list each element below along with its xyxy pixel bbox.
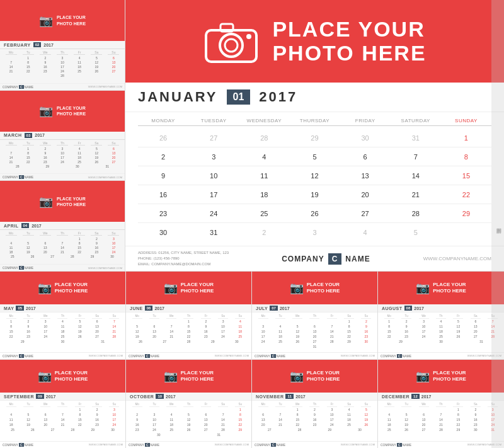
sidebar-month-apr: 📷 PLACE YOURPHOTO HERE APRIL 04 2017 MoT… xyxy=(0,181,125,271)
oct-year: 2017 xyxy=(166,394,176,399)
svg-point-1 xyxy=(220,34,243,57)
small-cal-dec: 📷 PLACE YOURPHOTO HERE DECEMBER 12 2017 … xyxy=(378,360,504,448)
mar-company: COMPANY C NAME xyxy=(3,175,33,179)
camera-icon-large xyxy=(203,18,260,65)
app-container: 📷 PLACE YOURPHOTO HERE FEBRUARY 02 2017 … xyxy=(0,0,504,448)
apr-photo-area: 📷 PLACE YOURPHOTO HERE xyxy=(0,181,125,222)
aug-cal-body: MoTuWeThFrSaSu 1234567 891011121314 1516… xyxy=(378,313,504,352)
main-year: 2017 xyxy=(259,89,297,105)
mar-footer: COMPANY C NAME WWW.COMPANYNAME.COM xyxy=(0,173,125,180)
oct-cal-body: MoTuWeThFrSaSu 1 2345678 9101112131415 1… xyxy=(126,401,251,441)
jul-photo: 📷 PLACE YOURPHOTO HERE xyxy=(252,272,377,304)
sep-header: SEPTEMBER 09 2017 xyxy=(0,393,125,401)
mar-year: 2017 xyxy=(35,133,45,137)
mar-photo-text: PLACE YOURPHOTO HERE xyxy=(57,105,86,117)
jul-year: 2017 xyxy=(280,306,290,311)
sep-cal-body: MoTuWeThFrSaSu 123 45678910 111213141516… xyxy=(0,401,125,441)
aug-year: 2017 xyxy=(414,306,424,311)
small-cal-jun: 📷 PLACE YOURPHOTO HERE JUNE 06 2017 MoTu… xyxy=(126,272,252,360)
small-cal-nov: 📷 PLACE YOURPHOTO HERE NOVEMBER 11 2017 … xyxy=(252,360,378,448)
apr-month-label: APRIL xyxy=(4,224,19,228)
camera-icon-dec: 📷 xyxy=(416,369,430,383)
sep-num: 09 xyxy=(36,394,44,399)
feb-company: COMPANY C NAME xyxy=(3,85,33,89)
sidebar: 📷 PLACE YOURPHOTO HERE FEBRUARY 02 2017 … xyxy=(0,0,125,271)
main-photo-text: PLACE YOUR PHOTO HERE xyxy=(272,18,426,65)
svg-point-2 xyxy=(225,39,238,52)
small-cal-oct: 📷 PLACE YOURPHOTO HERE OCTOBER 10 2017 M… xyxy=(126,360,252,448)
small-cal-sep: 📷 PLACE YOURPHOTO HERE SEPTEMBER 09 2017… xyxy=(0,360,126,448)
apr-footer: COMPANY C NAME WWW.COMPANYNAME.COM xyxy=(0,264,125,271)
jul-header: JULY 07 2017 xyxy=(252,304,377,313)
cal-header-row: MONDAY TUESDAY WEDNESDAY THURSDAY FRIDAY… xyxy=(138,116,491,126)
table-row: 23 24 25 26 27 28 29 xyxy=(138,204,491,223)
table-row: 16 17 18 19 20 21 22 xyxy=(138,185,491,204)
may-header: MAY 05 2017 xyxy=(0,304,125,313)
may-photo-text: PLACE YOURPHOTO HERE xyxy=(55,282,88,295)
dec-header: DECEMBER 12 2017 xyxy=(378,393,504,401)
camera-icon-jul: 📷 xyxy=(290,281,304,295)
main-photo-area: PLACE YOUR PHOTO HERE xyxy=(125,0,504,83)
dec-year: 2017 xyxy=(421,394,432,399)
dec-num: 12 xyxy=(411,394,420,399)
apr-num-badge: 04 xyxy=(21,223,30,228)
main-month-num: 01 xyxy=(227,89,251,105)
camera-icon-mar: 📷 xyxy=(39,104,53,118)
apr-year: 2017 xyxy=(32,224,42,228)
dec-cal-body: MoTuWeThFrSaSu 123 45678910 111213141516… xyxy=(378,401,504,441)
nov-footer: COMPANY C NAME WWW.COMPANYNAME.COM xyxy=(252,441,377,448)
company-c-badge: C xyxy=(328,253,342,265)
camera-icon-sep: 📷 xyxy=(38,369,52,383)
main-calendar: PLACE YOUR PHOTO HERE JANUARY 01 2017 MO… xyxy=(125,0,504,271)
dec-footer: COMPANY C NAME WWW.COMPANYNAME.COM xyxy=(378,441,504,448)
sep-photo-text: PLACE YOURPHOTO HERE xyxy=(55,370,88,383)
may-cal-body: MoTuWeThFrSaSu 1234567 891011121314 1516… xyxy=(0,313,125,352)
may-footer: COMPANY C NAME WWW.COMPANYNAME.COM xyxy=(0,352,125,359)
hdr-su: Su xyxy=(108,50,119,55)
svg-point-4 xyxy=(246,34,251,39)
jul-num: 07 xyxy=(270,306,278,311)
feb-photo-area: 📷 PLACE YOURPHOTO HERE xyxy=(0,0,125,41)
jul-footer: COMPANY C NAME WWW.COMPANYNAME.COM xyxy=(252,352,377,359)
feb-footer: COMPANY C NAME WWW.COMPANYNAME.COM xyxy=(0,83,125,90)
may-photo: 📷 PLACE YOURPHOTO HERE xyxy=(0,272,125,304)
jun-year: 2017 xyxy=(154,306,164,311)
main-website: WWW.COMPANYNAME.COM xyxy=(423,256,491,261)
aug-footer: COMPANY C NAME WWW.COMPANYNAME.COM xyxy=(378,352,504,359)
may-num: 05 xyxy=(16,306,24,311)
aug-header: AUGUST 08 2017 xyxy=(378,304,504,313)
may-label: MAY xyxy=(4,306,14,311)
jun-cal-body: MoTuWeThFrSaSu 1234 567891011 1213141516… xyxy=(126,313,251,352)
bottom-grid: 📷 PLACE YOURPHOTO HERE MAY 05 2017 MoTuW… xyxy=(0,271,504,448)
jul-label: JULY xyxy=(256,306,268,311)
feb-header: FEBRUARY 02 2017 xyxy=(0,41,125,49)
hdr-th: Th xyxy=(57,50,68,55)
small-cal-aug: 📷 PLACE YOURPHOTO HERE AUGUST 08 2017 Mo… xyxy=(378,272,504,360)
aug-label: AUGUST xyxy=(382,306,403,311)
hdr-tu: Tu xyxy=(23,50,34,55)
jun-label: JUNE xyxy=(130,306,143,311)
feb-photo-text: PLACE YOURPHOTO HERE xyxy=(57,14,86,26)
feb-num-badge: 02 xyxy=(33,42,42,47)
jun-photo: 📷 PLACE YOURPHOTO HERE xyxy=(126,272,251,304)
sep-year: 2017 xyxy=(46,394,56,399)
camera-icon-nov: 📷 xyxy=(290,369,304,383)
aug-photo: 📷 PLACE YOURPHOTO HERE xyxy=(378,272,504,304)
may-year: 2017 xyxy=(26,306,36,311)
oct-photo-text: PLACE YOURPHOTO HERE xyxy=(181,370,214,383)
small-cal-may: 📷 PLACE YOURPHOTO HERE MAY 05 2017 MoTuW… xyxy=(0,272,126,360)
mar-cal-grid: MoTuWeThFrSaSu 123456 78910111213 141516… xyxy=(0,140,125,174)
small-cal-jul: 📷 PLACE YOURPHOTO HERE JULY 07 2017 MoTu… xyxy=(252,272,378,360)
camera-icon-oct: 📷 xyxy=(164,369,178,383)
hdr-sa: Sa xyxy=(91,50,102,55)
jun-header: JUNE 06 2017 xyxy=(126,304,251,313)
dec-photo-text: PLACE YOURPHOTO HERE xyxy=(433,370,466,383)
sep-label: SEPTEMBER xyxy=(4,394,34,399)
mar-month-label: MARCH xyxy=(4,133,22,137)
camera-icon-aug: 📷 xyxy=(416,281,430,295)
nov-year: 2017 xyxy=(295,394,306,399)
oct-num: 10 xyxy=(156,394,164,399)
camera-icon-may: 📷 xyxy=(38,281,52,295)
oct-label: OCTOBER xyxy=(130,394,154,399)
aug-num: 08 xyxy=(404,306,413,311)
